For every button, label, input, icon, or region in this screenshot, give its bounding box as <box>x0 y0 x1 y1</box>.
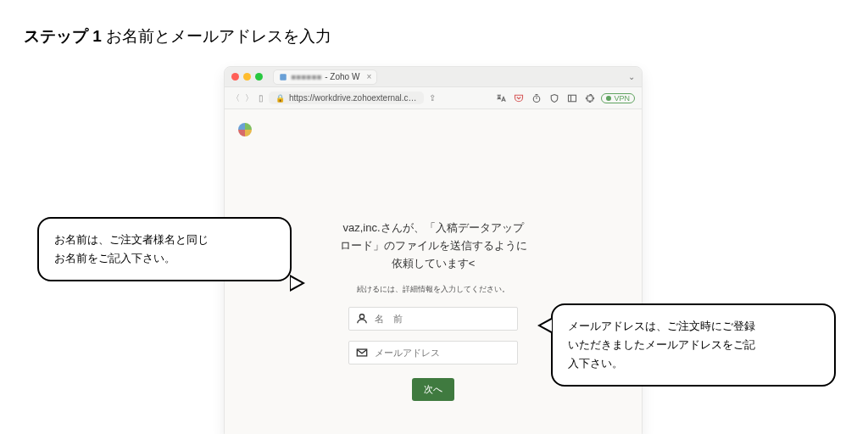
tab-site-icon <box>279 73 287 81</box>
translate-icon[interactable] <box>494 92 507 104</box>
vpn-badge[interactable]: VPN <box>601 93 635 103</box>
maximize-window-icon[interactable] <box>255 73 263 81</box>
mail-icon <box>356 347 368 359</box>
annotation-line: 入下さい。 <box>568 357 623 370</box>
svg-rect-0 <box>280 74 287 81</box>
page-title: ステップ 1 お名前とメールアドレスを入力 <box>24 25 331 47</box>
request-line: ロード」のファイルを送信するように <box>340 239 527 252</box>
close-window-icon[interactable] <box>231 73 239 81</box>
person-icon <box>356 313 368 325</box>
step-description: お名前とメールアドレスを入力 <box>102 27 331 45</box>
vpn-label: VPN <box>614 94 630 103</box>
pocket-icon[interactable] <box>512 92 525 104</box>
name-input[interactable] <box>375 314 510 324</box>
svg-rect-2 <box>568 95 576 102</box>
request-line: vaz,inc.さんが、「入稿データアップ <box>342 221 523 234</box>
annotation-line: いただきましたメールアドレスをご記 <box>568 338 755 351</box>
panel-icon[interactable] <box>565 92 578 104</box>
next-button[interactable]: 次へ <box>412 378 454 401</box>
window-controls <box>231 73 263 81</box>
tab-title: - Zoho W <box>325 72 359 81</box>
tab-bar: ■■■■■■ - Zoho W × ⌄ <box>225 67 642 87</box>
share-icon[interactable]: ⇪ <box>429 93 436 103</box>
site-logo <box>238 123 252 136</box>
browser-tab[interactable]: ■■■■■■ - Zoho W × <box>273 70 377 85</box>
request-line: 依頼しています< <box>392 257 476 270</box>
bookmark-icon[interactable]: ▯ <box>259 93 264 103</box>
continue-hint: 続けるには、詳細情報を入力してください。 <box>319 284 548 295</box>
tabs-dropdown-icon[interactable]: ⌄ <box>628 72 635 81</box>
annotation-email-bubble: メールアドレスは、ご注文時にご登録 いただきましたメールアドレスをご記 入下さい… <box>551 303 836 387</box>
upload-request-form: vaz,inc.さんが、「入稿データアップ ロード」のファイルを送信するように … <box>319 220 548 401</box>
timer-icon[interactable] <box>530 92 542 104</box>
request-message: vaz,inc.さんが、「入稿データアップ ロード」のファイルを送信するように … <box>319 220 548 272</box>
email-input[interactable] <box>375 348 510 358</box>
forward-button[interactable]: 〉 <box>245 92 253 104</box>
svg-point-4 <box>359 314 364 319</box>
annotation-line: お名前は、ご注文者様名と同じ <box>54 233 209 246</box>
tab-close-icon[interactable]: × <box>366 72 371 81</box>
tab-title-blurred: ■■■■■■ <box>291 72 321 81</box>
extensions-icon[interactable] <box>583 92 596 104</box>
address-bar: 〈 〉 ▯ 🔒 https://workdrive.zohoexternal.c… <box>225 87 642 109</box>
shield-icon[interactable] <box>548 92 560 104</box>
bubble-tail-icon <box>537 317 553 334</box>
annotation-line: メールアドレスは、ご注文時にご登録 <box>568 320 755 332</box>
step-number: ステップ 1 <box>24 27 102 45</box>
lock-icon: 🔒 <box>275 94 285 103</box>
annotation-name-bubble: お名前は、ご注文者様名と同じ お名前をご記入下さい。 <box>37 217 292 281</box>
annotation-line: お名前をご記入下さい。 <box>54 252 175 264</box>
url-text: https://workdrive.zohoexternal.c… <box>289 93 417 103</box>
url-field[interactable]: 🔒 https://workdrive.zohoexternal.c… <box>269 92 424 104</box>
minimize-window-icon[interactable] <box>243 73 251 81</box>
email-field[interactable] <box>348 341 518 364</box>
name-field[interactable] <box>348 307 518 331</box>
bubble-tail-icon <box>290 275 305 292</box>
back-button[interactable]: 〈 <box>231 92 240 104</box>
